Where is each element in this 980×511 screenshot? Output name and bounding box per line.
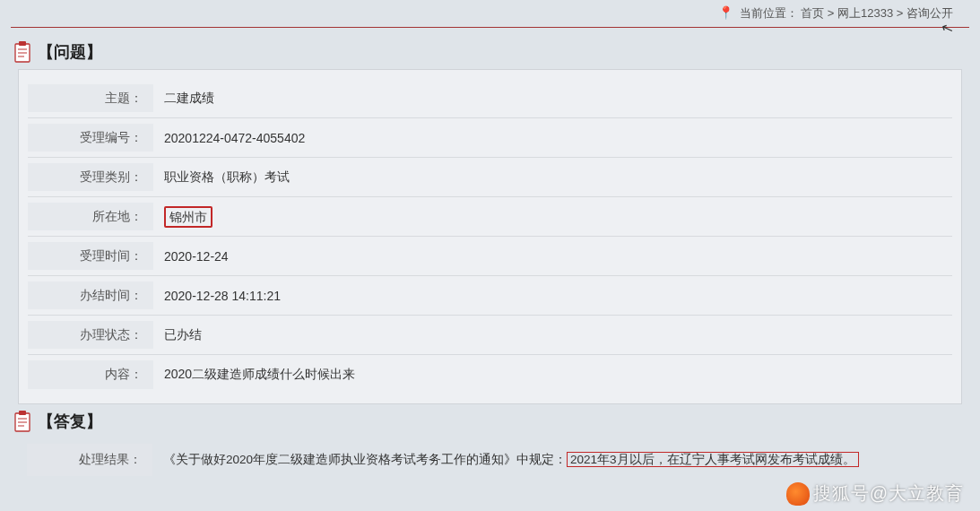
label-accepttime: 受理时间： [28, 242, 153, 270]
svg-rect-1 [19, 41, 26, 46]
breadcrumb-mid[interactable]: 网上12333 [837, 6, 893, 20]
breadcrumb-sep: > [897, 6, 904, 20]
row-location: 所在地： 锦州市 [28, 197, 952, 237]
answer-heading: 【答复】 [38, 411, 102, 432]
location-highlight: 锦州市 [164, 206, 212, 228]
watermark: 搜狐号@大立教育 [786, 481, 964, 506]
clipboard-icon [13, 40, 32, 64]
breadcrumb-sep: > [828, 6, 835, 20]
label-result: 处理结果： [27, 444, 152, 476]
row-acceptno: 受理编号： 20201224-0472-4055402 [28, 118, 952, 158]
value-acceptno: 20201224-0472-4055402 [153, 131, 952, 145]
question-section: 【问题】 主题： 二建成绩 受理编号： 20201224-0472-405540… [0, 35, 980, 406]
breadcrumb: 📍 当前位置： 首页 > 网上12333 > 咨询公开 ↖ [0, 0, 980, 25]
row-subject: 主题： 二建成绩 [28, 79, 952, 118]
question-detail-box: 主题： 二建成绩 受理编号： 20201224-0472-4055402 受理类… [18, 69, 962, 404]
breadcrumb-home[interactable]: 首页 [801, 6, 824, 20]
row-finishtime: 办结时间： 2020-12-28 14:11:21 [28, 276, 952, 316]
watermark-text: 搜狐号@大立教育 [813, 481, 964, 506]
value-result: 《关于做好2020年度二级建造师执业资格考试考务工作的通知》中规定：2021年3… [152, 450, 953, 470]
value-category: 职业资格（职称）考试 [153, 169, 952, 186]
clipboard-icon [13, 410, 32, 433]
sohu-fox-icon [786, 482, 810, 506]
label-acceptno: 受理编号： [28, 124, 153, 152]
row-status: 办理状态： 已办结 [28, 316, 952, 355]
value-status: 已办结 [153, 327, 952, 343]
row-content: 内容： 2020二级建造师成绩什么时候出来 [28, 355, 952, 394]
svg-rect-6 [19, 411, 26, 415]
value-accepttime: 2020-12-24 [153, 249, 952, 264]
divider [11, 27, 969, 28]
label-category: 受理类别： [28, 163, 153, 191]
row-accepttime: 受理时间： 2020-12-24 [28, 237, 952, 276]
breadcrumb-prefix: 当前位置： [740, 6, 798, 20]
row-result: 处理结果： 《关于做好2020年度二级建造师执业资格考试考务工作的通知》中规定：… [18, 438, 962, 476]
answer-section: 【答复】 处理结果： 《关于做好2020年度二级建造师执业资格考试考务工作的通知… [0, 406, 980, 478]
location-pin-icon: 📍 [718, 5, 733, 20]
label-finishtime: 办结时间： [28, 281, 153, 309]
label-status: 办理状态： [28, 321, 153, 349]
result-prefix: 《关于做好2020年度二级建造师执业资格考试考务工作的通知》中规定： [163, 453, 567, 466]
breadcrumb-last: 咨询公开 [906, 6, 953, 20]
value-subject: 二建成绩 [153, 91, 952, 107]
question-heading: 【问题】 [38, 41, 102, 63]
row-category: 受理类别： 职业资格（职称）考试 [28, 158, 952, 197]
value-location: 锦州市 [153, 206, 952, 228]
section-header: 【答复】 [13, 410, 967, 433]
value-finishtime: 2020-12-28 14:11:21 [153, 289, 952, 303]
result-highlight: 2021年3月以后，在辽宁人事考试网发布考试成绩。 [567, 452, 859, 467]
section-header: 【问题】 [13, 40, 967, 64]
label-location: 所在地： [28, 203, 153, 230]
label-subject: 主题： [28, 84, 153, 112]
label-content: 内容： [28, 360, 153, 389]
value-content: 2020二级建造师成绩什么时候出来 [153, 367, 952, 383]
